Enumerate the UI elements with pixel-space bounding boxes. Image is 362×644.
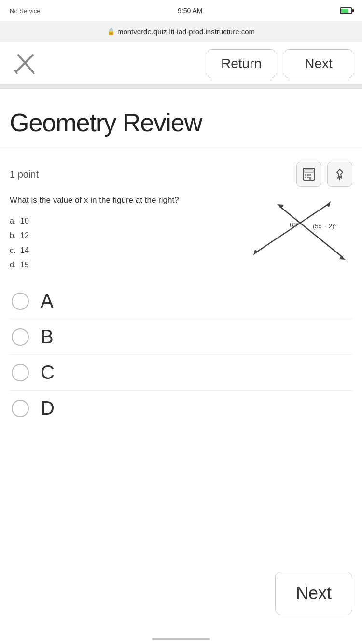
calculator-icon: [302, 168, 316, 181]
svg-rect-10: [307, 177, 309, 178]
answer-item-c: c. 14: [10, 243, 232, 258]
quiz-title: Geometry Review: [10, 108, 352, 137]
battery-area: [340, 7, 352, 14]
svg-line-3: [32, 70, 34, 73]
question-content: What is the value of x in the figure at …: [10, 195, 352, 274]
figure-area: 62° (5x + 2)°: [241, 195, 352, 274]
svg-text:(5x + 2)°: (5x + 2)°: [313, 223, 337, 230]
svg-line-16: [280, 207, 343, 257]
answer-list: a. 10 b. 12 c. 14 d. 15: [10, 214, 232, 273]
pin-button[interactable]: [327, 162, 352, 187]
option-label-a: A: [41, 290, 54, 312]
svg-rect-11: [309, 177, 311, 180]
svg-rect-7: [307, 174, 309, 176]
svg-rect-6: [305, 174, 306, 176]
option-c[interactable]: C: [10, 355, 352, 391]
address-text: 🔒 montverde.quiz-lti-iad-prod.instructur…: [107, 28, 255, 36]
answer-letter-a: a.: [10, 214, 17, 228]
question-points: 1 point: [10, 169, 39, 180]
url-text: montverde.quiz-lti-iad-prod.instructure.…: [117, 28, 255, 36]
svg-rect-8: [309, 174, 311, 176]
answer-item-d: d. 15: [10, 258, 232, 272]
battery-icon: [340, 7, 352, 14]
radio-d[interactable]: [12, 400, 29, 417]
pin-icon: [333, 168, 347, 181]
bottom-nav: Next: [275, 572, 352, 615]
svg-rect-5: [305, 170, 313, 173]
next-button-bottom[interactable]: Next: [275, 572, 352, 615]
toolbar: Return Next: [0, 42, 362, 85]
next-button-top[interactable]: Next: [285, 49, 352, 78]
svg-marker-15: [253, 250, 258, 255]
logo-icon: [11, 50, 38, 77]
geometry-figure: 62° (5x + 2)°: [241, 195, 352, 272]
calculator-button[interactable]: [296, 162, 321, 187]
quiz-title-area: Geometry Review: [0, 89, 362, 147]
answer-value-d: 15: [20, 258, 29, 272]
option-d[interactable]: D: [10, 391, 352, 426]
address-bar: 🔒 montverde.quiz-lti-iad-prod.instructur…: [0, 21, 362, 42]
answer-letter-b: b.: [10, 228, 17, 243]
question-area: 1 point: [0, 147, 362, 435]
carrier-text: No Service: [10, 7, 41, 14]
question-tools: [296, 162, 352, 187]
answer-options: A B C D: [10, 283, 352, 426]
radio-a[interactable]: [12, 293, 29, 310]
question-left: What is the value of x in the figure at …: [10, 195, 232, 274]
question-meta: 1 point: [10, 162, 352, 187]
return-button[interactable]: Return: [208, 49, 275, 78]
answer-letter-c: c.: [10, 243, 17, 258]
separator: [0, 85, 362, 89]
option-label-b: B: [41, 326, 54, 348]
svg-marker-14: [326, 201, 331, 207]
logo-area: [10, 49, 39, 78]
answer-letter-d: d.: [10, 258, 17, 272]
question-text: What is the value of x in the figure at …: [10, 195, 232, 206]
option-a[interactable]: A: [10, 283, 352, 319]
svg-rect-9: [305, 177, 306, 178]
answer-value-b: 12: [20, 228, 29, 243]
radio-b[interactable]: [12, 328, 29, 346]
answer-item-a: a. 10: [10, 214, 232, 228]
time-text: 9:50 AM: [178, 7, 202, 14]
home-indicator: [152, 638, 210, 640]
answer-value-a: 10: [20, 214, 29, 228]
radio-c[interactable]: [12, 364, 29, 381]
svg-text:62°: 62°: [290, 221, 300, 229]
option-b[interactable]: B: [10, 319, 352, 355]
option-label-c: C: [41, 362, 55, 383]
status-bar: No Service 9:50 AM: [0, 0, 362, 21]
answer-value-c: 14: [20, 243, 29, 258]
answer-item-b: b. 12: [10, 228, 232, 243]
battery-fill: [341, 9, 348, 13]
lock-icon: 🔒: [107, 28, 115, 35]
option-label-d: D: [41, 397, 55, 419]
